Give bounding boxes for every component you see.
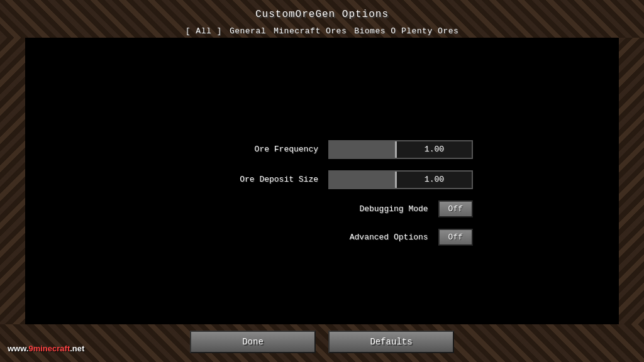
slider-fill-2 <box>330 172 395 188</box>
watermark: www.9minecraft.net <box>8 344 84 353</box>
debugging-mode-label: Debugging Mode <box>328 204 428 214</box>
ore-deposit-size-row: Ore Deposit Size 1.00 <box>171 170 473 189</box>
ore-frequency-label: Ore Frequency <box>218 145 318 154</box>
ore-deposit-size-label: Ore Deposit Size <box>218 175 318 184</box>
debugging-mode-toggle[interactable]: Off <box>438 200 473 217</box>
ore-frequency-value: 1.00 <box>397 141 472 158</box>
watermark-site: 9minecraft <box>28 344 70 353</box>
ore-deposit-size-value: 1.00 <box>397 172 472 188</box>
debugging-mode-row: Debugging Mode Off <box>171 200 473 217</box>
watermark-suffix: .net <box>70 344 84 353</box>
ore-frequency-row: Ore Frequency 1.00 <box>171 140 473 159</box>
ore-frequency-slider[interactable]: 1.00 <box>328 140 473 159</box>
advanced-options-row: Advanced Options Off <box>171 229 473 246</box>
done-button[interactable]: Done <box>190 331 316 353</box>
settings-area: Ore Frequency 1.00 Ore Deposit Size 1.00… <box>0 23 644 362</box>
watermark-prefix: www. <box>8 344 28 353</box>
slider-fill <box>330 141 395 158</box>
advanced-options-label: Advanced Options <box>328 233 428 242</box>
main-content: CustomOreGen Options [ All ] General Min… <box>0 0 644 362</box>
page-title: CustomOreGen Options <box>255 9 389 20</box>
advanced-options-toggle[interactable]: Off <box>438 229 473 246</box>
defaults-button[interactable]: Defaults <box>328 331 454 353</box>
bottom-buttons: Done Defaults <box>0 331 644 353</box>
ore-deposit-size-slider[interactable]: 1.00 <box>328 170 473 189</box>
